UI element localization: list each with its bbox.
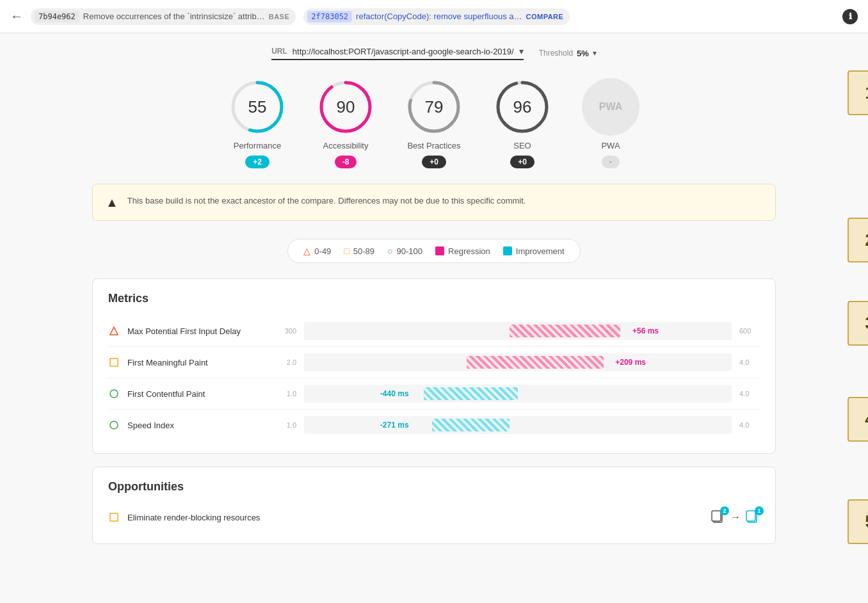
url-label: URL <box>271 47 287 56</box>
svg-rect-16 <box>746 511 755 521</box>
bar-background <box>304 416 732 434</box>
threshold-label: Threshold <box>539 49 573 58</box>
fcp-name: First Contentful Paint <box>127 389 268 399</box>
performance-badge: +2 <box>245 156 269 168</box>
base-report-button[interactable]: 2 <box>711 510 725 524</box>
accessibility-circle: 90 <box>317 78 374 136</box>
fmp-delta: +209 ms <box>610 357 651 368</box>
seo-badge: +0 <box>510 156 534 168</box>
metrics-section: Metrics Max Potential First Input Delay … <box>92 278 776 454</box>
back-button[interactable]: ← <box>10 9 23 24</box>
main-content: URL http://localhost:PORT/javascript-and… <box>82 33 786 570</box>
pwa-label: PWA <box>601 141 620 150</box>
metric-row-first-contentful-paint: First Contentful Paint 1.0 -440 ms 4.0 <box>108 378 760 410</box>
accessibility-badge: -8 <box>335 156 357 168</box>
pwa-circle: PWA <box>582 78 639 136</box>
best-practices-circle: 79 <box>405 78 463 136</box>
metric-icon-max-potential-fid <box>108 325 120 337</box>
fmp-max: 4.0 <box>739 358 760 366</box>
legend-improvement: Improvement <box>503 246 565 256</box>
compare-report-button[interactable]: 1 <box>746 510 760 524</box>
annotation-5: 5 <box>848 499 868 544</box>
metric-icon-speed-index <box>108 419 120 431</box>
base-hash: 7b94e962 <box>35 11 79 22</box>
performance-value: 55 <box>248 97 267 117</box>
fcp-min: 1.0 <box>276 390 296 398</box>
fmp-name: First Meaningful Paint <box>127 358 268 367</box>
svg-point-10 <box>110 390 118 398</box>
base-commit-pill: 7b94e962 Remove occurrences of the `intr… <box>31 8 296 25</box>
score-item-performance: 55 Performance +2 <box>229 78 286 168</box>
metric-icon-fmp <box>108 357 120 368</box>
legend-50-89: □ 50-89 <box>344 246 374 256</box>
opp-row-eliminate-render-blocking: Eliminate render-blocking resources 2 → … <box>108 504 760 531</box>
compare-tag: COMPARE <box>526 13 563 20</box>
arrow-icon: → <box>730 511 741 523</box>
accessibility-value: 90 <box>337 97 355 117</box>
speed-index-name: Speed Index <box>127 421 268 430</box>
best-practices-value: 79 <box>425 97 444 117</box>
info-button[interactable]: ℹ <box>842 9 858 24</box>
annotation-2: 2 <box>848 218 868 262</box>
threshold-dropdown-icon[interactable]: ▾ <box>593 49 597 58</box>
base-message: Remove occurrences of the `intrinsicsize… <box>83 12 265 21</box>
svg-marker-8 <box>110 327 118 335</box>
seo-circle: 96 <box>494 78 551 136</box>
score-item-accessibility: 90 Accessibility -8 <box>317 78 374 168</box>
performance-circle: 55 <box>229 78 286 136</box>
metrics-title: Metrics <box>108 292 760 305</box>
speed-index-max: 4.0 <box>739 421 760 429</box>
url-value: http://localhost:PORT/javascript-and-goo… <box>293 47 514 56</box>
svg-rect-9 <box>110 358 118 366</box>
legend-90-100-label: 90-100 <box>397 246 422 256</box>
speed-index-delta: -271 ms <box>375 419 414 431</box>
opp-icon-eliminate <box>108 511 120 523</box>
metric-row-max-potential-fid: Max Potential First Input Delay 300 +56 … <box>108 316 760 347</box>
regression-color <box>435 246 444 255</box>
svg-point-11 <box>110 421 118 429</box>
circle-icon: ○ <box>387 246 392 256</box>
legend-50-89-label: 50-89 <box>353 246 374 256</box>
url-section: URL http://localhost:PORT/javascript-and… <box>271 46 524 60</box>
score-item-pwa: PWA PWA - <box>582 78 639 168</box>
fmp-bar: +209 ms <box>304 353 732 371</box>
svg-rect-12 <box>110 513 118 521</box>
fcp-max: 4.0 <box>739 390 760 398</box>
triangle-icon: △ <box>303 246 310 256</box>
metric-row-speed-index: Speed Index 1.0 -271 ms 4.0 <box>108 410 760 440</box>
nav-bar: ← 7b94e962 Remove occurrences of the `in… <box>0 0 868 33</box>
url-dropdown-icon[interactable]: ▾ <box>519 46 524 56</box>
legend-90-100: ○ 90-100 <box>387 246 422 256</box>
max-potential-fid-min: 300 <box>276 327 296 335</box>
legend-0-49-label: 0-49 <box>314 246 331 256</box>
metric-row-first-meaningful-paint: First Meaningful Paint 2.0 +209 ms 4.0 <box>108 347 760 378</box>
improvement-color <box>503 246 512 255</box>
bar-fill-regression <box>510 325 621 337</box>
max-potential-fid-max: 600 <box>739 327 760 335</box>
opp-actions: 2 → 1 <box>711 510 760 524</box>
threshold-section[interactable]: Threshold 5% ▾ <box>539 49 597 58</box>
opportunities-section: Opportunities Eliminate render-blocking … <box>92 467 776 544</box>
bar-fill-regression <box>467 356 604 369</box>
speed-index-bar: -271 ms <box>304 416 732 434</box>
best-practices-label: Best Practices <box>407 141 460 150</box>
bar-fill-improvement <box>432 419 509 431</box>
pwa-badge: - <box>602 156 620 168</box>
speed-index-min: 1.0 <box>276 421 296 429</box>
svg-rect-14 <box>712 511 721 521</box>
annotation-1: 1 <box>848 70 868 115</box>
legend-improvement-label: Improvement <box>516 246 565 256</box>
score-item-best-practices: 79 Best Practices +0 <box>405 78 463 168</box>
opp-eliminate-name: Eliminate render-blocking resources <box>127 513 703 522</box>
opportunities-title: Opportunities <box>108 480 760 494</box>
max-potential-fid-delta: +56 ms <box>627 325 664 337</box>
scores-row: 55 Performance +2 90 Accessibility -8 <box>92 78 776 168</box>
annotation-4: 4 <box>848 397 868 442</box>
seo-value: 96 <box>513 97 532 117</box>
warning-text: This base build is not the exact ancesto… <box>127 195 526 207</box>
performance-label: Performance <box>234 141 281 150</box>
seo-label: SEO <box>513 141 531 150</box>
annotation-3: 3 <box>848 301 868 346</box>
max-potential-fid-name: Max Potential First Input Delay <box>127 326 268 336</box>
threshold-value: 5% <box>577 49 589 58</box>
